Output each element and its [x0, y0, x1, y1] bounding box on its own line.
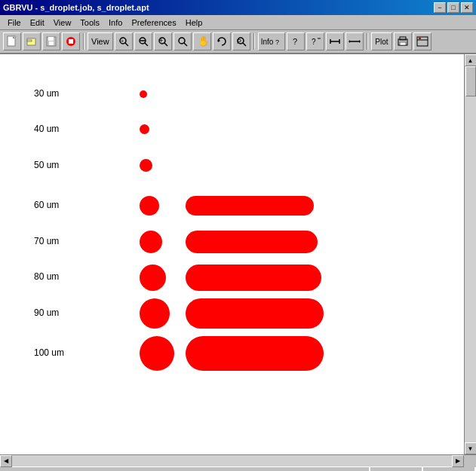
droplet-pill	[186, 336, 324, 371]
droplet-dot	[140, 196, 159, 216]
droplet-dot	[140, 298, 170, 329]
toolbar-zoom-prev-btn[interactable]: P	[232, 32, 250, 50]
scroll-left-button[interactable]: ◀	[0, 455, 12, 467]
toolbar-new-btn[interactable]	[3, 32, 21, 50]
svg-text:+: +	[121, 38, 124, 44]
status-message: Hold L. Mouse Button - Drag - Release Fo…	[0, 467, 370, 471]
svg-marker-33	[349, 40, 350, 43]
svg-text:?: ?	[275, 38, 279, 45]
toolbar-stop-btn[interactable]	[62, 32, 80, 50]
droplet-label: 40 um	[34, 124, 59, 134]
menu-view[interactable]: View	[49, 17, 76, 29]
droplet-dot	[140, 336, 174, 371]
scroll-right-button[interactable]: ▶	[452, 455, 464, 467]
droplet-label: 60 um	[34, 200, 59, 210]
menu-tools[interactable]: Tools	[75, 17, 104, 29]
scroll-down-button[interactable]: ▼	[465, 442, 477, 454]
droplet-pill	[186, 265, 321, 291]
toolbar-view-btn[interactable]: View	[88, 32, 113, 50]
scroll-up-button[interactable]: ▲	[465, 54, 477, 66]
svg-rect-8	[69, 39, 73, 44]
svg-text:+: +	[159, 37, 163, 44]
droplet-pill	[186, 196, 314, 216]
toolbar-save-btn[interactable]	[42, 32, 60, 50]
svg-line-23	[243, 43, 246, 46]
svg-point-18	[179, 38, 185, 44]
scroll-corner	[464, 455, 476, 467]
droplet-dot	[140, 265, 166, 291]
scroll-track-h[interactable]	[12, 455, 452, 466]
svg-rect-37	[400, 42, 406, 45]
scrollbar-h-container: ◀ ▶	[0, 454, 476, 466]
droplet-label: 90 um	[34, 307, 59, 318]
toolbar-measure-btn[interactable]	[326, 32, 344, 50]
menu-preferences[interactable]: Preferences	[127, 17, 180, 29]
droplet-label: 30 um	[34, 88, 59, 99]
droplet-dot	[140, 90, 147, 98]
toolbar-print-btn[interactable]	[394, 32, 412, 50]
scroll-track-v[interactable]	[465, 66, 476, 442]
menu-info[interactable]: Info	[104, 17, 127, 29]
toolbar-arrows-btn[interactable]	[345, 32, 364, 50]
svg-rect-3	[27, 40, 32, 41]
toolbar-open-btn[interactable]	[23, 32, 41, 50]
window-controls: − □ ✕	[434, 2, 473, 13]
svg-rect-6	[49, 41, 54, 45]
menu-bar: File Edit View Tools Info Preferences He…	[0, 15, 476, 30]
minimize-button[interactable]: −	[434, 2, 446, 13]
toolbar-zoom-out-btn[interactable]	[134, 32, 152, 50]
svg-rect-5	[48, 37, 54, 41]
toolbar-sep1	[83, 33, 84, 50]
close-button[interactable]: ✕	[461, 2, 473, 13]
toolbar-refresh-btn[interactable]	[213, 32, 231, 50]
toolbar-help2-btn[interactable]: ?	[306, 32, 324, 50]
toolbar-sep3	[367, 33, 368, 50]
main-container: 30 um40 um50 um60 um70 um80 um90 um100 u…	[0, 54, 476, 454]
toolbar-plot-btn[interactable]: Plot	[371, 32, 392, 50]
canvas-area[interactable]: 30 um40 um50 um60 um70 um80 um90 um100 u…	[0, 54, 464, 454]
svg-text:?: ?	[312, 38, 316, 46]
svg-text:?: ?	[293, 37, 297, 46]
svg-line-13	[145, 43, 148, 46]
droplet-label: 70 um	[34, 236, 59, 246]
toolbar: View + + ✋ P Info ? ? ? Plot	[0, 30, 476, 54]
toolbar-help1-btn[interactable]: ?	[287, 32, 305, 50]
droplet-label: 80 um	[34, 271, 59, 282]
scrollbar-horizontal: ◀ ▶	[0, 455, 464, 466]
title-bar: GBRVU - s_droplet.job, s_droplet.apt − □…	[0, 0, 476, 15]
menu-edit[interactable]: Edit	[26, 17, 49, 29]
status-bar: Hold L. Mouse Button - Drag - Release Fo…	[0, 466, 476, 471]
window-title: GBRVU - s_droplet.job, s_droplet.apt	[3, 3, 149, 12]
scrollbar-vertical: ▲ ▼	[464, 54, 476, 454]
svg-line-10	[125, 43, 128, 46]
maximize-button[interactable]: □	[447, 2, 459, 13]
droplet-dot	[140, 159, 152, 172]
droplet-dot	[140, 231, 162, 253]
scroll-thumb-v[interactable]	[465, 66, 476, 96]
droplet-label: 100 um	[34, 347, 64, 358]
toolbar-export-btn[interactable]	[413, 32, 431, 50]
svg-line-16	[164, 43, 167, 46]
toolbar-zoom-rect-btn[interactable]	[174, 32, 192, 50]
toolbar-info-btn[interactable]: Info ?	[258, 32, 286, 50]
menu-file[interactable]: File	[3, 17, 26, 29]
droplet-dot	[140, 124, 149, 134]
toolbar-zoom-in-btn[interactable]: +	[154, 32, 172, 50]
status-coord1: 1.0617	[370, 467, 423, 471]
svg-marker-21	[218, 39, 220, 42]
svg-line-19	[184, 43, 187, 46]
svg-marker-34	[359, 40, 361, 43]
toolbar-pan-btn[interactable]: ✋	[193, 32, 211, 50]
svg-text:✋: ✋	[198, 35, 208, 47]
svg-rect-40	[419, 38, 421, 39]
droplet-pill	[186, 231, 318, 253]
droplet-label: 50 um	[34, 160, 59, 170]
svg-text:P: P	[237, 38, 241, 45]
toolbar-zoom-fit-btn[interactable]: +	[115, 32, 133, 50]
droplet-pill	[186, 298, 324, 329]
menu-help[interactable]: Help	[181, 17, 207, 29]
toolbar-sep2	[253, 33, 255, 50]
status-coord2: 1.2380	[423, 467, 476, 471]
